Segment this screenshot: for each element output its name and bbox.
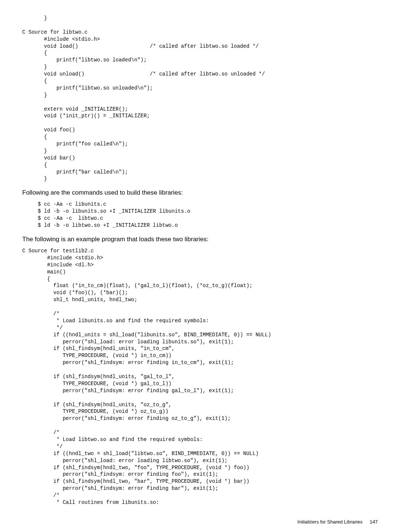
code-block-build-commands: $ cc -Aa -c libunits.c $ ld -b -o libuni… (22, 201, 378, 229)
footer-title: Initializers for Shared Libraries (297, 519, 363, 525)
code-block-testlib2: C Source for testlib2.c #include <stdio.… (22, 248, 378, 506)
page: } C Source for libtwo.c #include <stdio.… (0, 0, 400, 532)
page-footer: Initializers for Shared Libraries 147 (297, 519, 378, 525)
narrative-build-commands: Following are the commands used to build… (22, 189, 378, 196)
footer-page-number: 147 (370, 519, 378, 525)
code-block-libtwo: } C Source for libtwo.c #include <stdio.… (22, 15, 378, 182)
narrative-example-program: The following is an example program that… (22, 236, 378, 243)
